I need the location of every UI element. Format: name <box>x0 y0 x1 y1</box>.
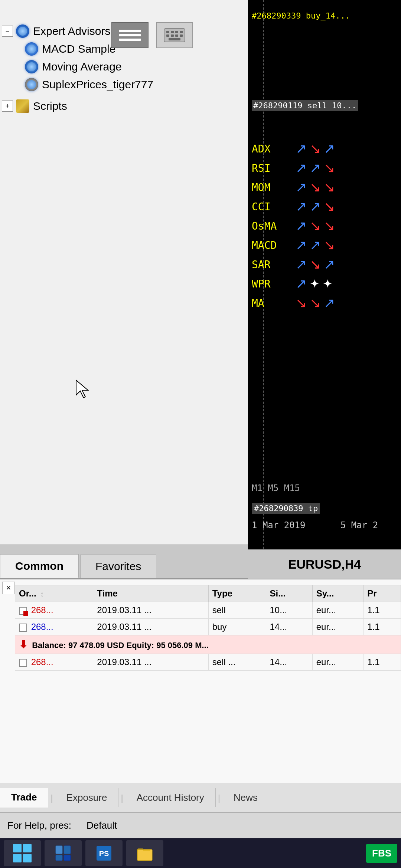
taskbar-app-4[interactable] <box>126 840 163 866</box>
indicator-wpr: WPR ↗ ✦ ✦ <box>252 276 401 292</box>
fbs-badge[interactable]: FBS <box>366 844 397 863</box>
indicator-sar: SAR ↗ ↘ ↗ <box>252 257 401 272</box>
taskbar-app3-icon: PS <box>95 844 113 862</box>
taskbar-app4-icon <box>136 844 154 862</box>
terminal-table: Or... ↕ Time Type Si... Sy... Pr <box>15 585 401 671</box>
expand-expert-advisors[interactable]: − <box>2 26 13 37</box>
svg-rect-14 <box>64 855 71 861</box>
symbol-label: EURUSD,H4 <box>288 557 361 572</box>
chart-bottom-order: #268290839 tp <box>252 503 320 514</box>
scripts-label: Scripts <box>33 100 67 112</box>
indicator-panel: ADX ↗ ↘ ↗ RSI ↗ ↗ ↘ MOM ↗ ↘ ↘ CCI ↗ ↗ ↘ … <box>252 141 401 311</box>
indicator-cci: CCI ↗ ↗ ↘ <box>252 199 401 214</box>
svg-rect-11 <box>56 846 62 854</box>
balance-row: ⬇ Balance: 97 478.09 USD Equity: 95 056.… <box>15 635 401 654</box>
svg-rect-7 <box>175 34 178 37</box>
chart-date-labels: 1 Mar 2019 5 Mar 2 <box>252 520 378 530</box>
scripts-icon <box>15 99 30 114</box>
tree-item-moving-average[interactable]: Moving Average <box>2 58 246 76</box>
terminal-panel: × Or... ↕ Time Type Si... Sy... Pr <box>0 579 401 812</box>
tree-item-scripts[interactable]: + Scripts <box>2 97 246 115</box>
col-size: Si... <box>266 585 312 602</box>
tab-common[interactable]: Common <box>0 554 79 578</box>
svg-rect-3 <box>175 31 178 33</box>
tab-exposure[interactable]: Exposure <box>55 788 119 807</box>
col-symbol: Sy... <box>312 585 363 602</box>
tab-news[interactable]: News <box>222 788 269 807</box>
svg-rect-17 <box>137 849 152 861</box>
indicator-mom: MOM ↗ ↘ ↘ <box>252 180 401 195</box>
col-type: Type <box>208 585 266 602</box>
hamburger-menu-button[interactable] <box>111 22 149 48</box>
navigator-tabs: Common Favorites <box>0 545 248 578</box>
indicator-ma: MA ↘ ↘ ↗ <box>252 295 401 311</box>
status-bar: For Help, pres: Default <box>0 812 401 838</box>
timeframe-selector: M1 M5 M15 <box>252 483 300 493</box>
col-price: Pr <box>363 585 401 602</box>
indicator-osma: OsMA ↗ ↘ ↘ <box>252 218 401 234</box>
tree-area: − Expert Advisors MACD Sample Moving Ave… <box>0 0 248 119</box>
svg-rect-13 <box>56 855 62 861</box>
keyboard-button[interactable] <box>156 22 193 48</box>
status-help-text: For Help, pres: <box>0 820 79 831</box>
svg-rect-6 <box>171 34 174 37</box>
tab-account-history[interactable]: Account History <box>125 788 216 807</box>
svg-rect-2 <box>171 31 174 33</box>
terminal-table-container: Or... ↕ Time Type Si... Sy... Pr <box>15 581 401 774</box>
table-header-row: Or... ↕ Time Type Si... Sy... Pr <box>15 585 401 602</box>
table-row: 268... 2019.03.11 ... buy 14... eur... 1… <box>15 619 401 635</box>
balance-arrow-icon: ⬇ <box>19 639 27 650</box>
windows-logo-icon <box>13 844 32 862</box>
chart-panel: #268290339 buy_14... #268290119 sell 10.… <box>248 0 401 579</box>
tree-item-suplex[interactable]: SuplexPrices_tiger777 <box>2 76 246 93</box>
svg-rect-8 <box>180 34 183 37</box>
chart-top-order: #268290339 buy_14... <box>252 11 350 20</box>
sort-icon[interactable]: ↕ <box>40 590 44 598</box>
suplex-label: SuplexPrices_tiger777 <box>42 78 153 91</box>
macd-sample-label: MACD Sample <box>42 43 115 55</box>
taskbar: PS FBS <box>0 838 401 868</box>
svg-rect-12 <box>64 846 71 854</box>
mouse-cursor <box>74 378 89 400</box>
svg-rect-4 <box>180 31 183 33</box>
col-order: Or... ↕ <box>15 585 93 602</box>
moving-avg-icon <box>24 59 39 74</box>
svg-marker-10 <box>76 380 88 398</box>
moving-average-label: Moving Average <box>42 60 122 73</box>
taskbar-app2-icon <box>54 844 72 862</box>
order-icon-buy <box>19 624 27 632</box>
status-default-text: Default <box>79 820 124 831</box>
order-icon-sell2 <box>19 659 27 667</box>
suplex-icon <box>24 77 39 92</box>
order-icon-sell <box>19 607 27 615</box>
taskbar-app-2[interactable] <box>45 840 82 866</box>
expand-scripts[interactable]: + <box>2 101 13 112</box>
navigator-panel: − Expert Advisors MACD Sample Moving Ave… <box>0 0 249 579</box>
chart-sell-order: #268290119 sell 10... <box>252 100 358 111</box>
indicator-rsi: RSI ↗ ↗ ↘ <box>252 160 401 176</box>
taskbar-app-3[interactable]: PS <box>85 840 123 866</box>
macd-icon <box>24 42 39 56</box>
tab-trade[interactable]: Trade <box>0 788 48 808</box>
terminal-close-button[interactable]: × <box>2 582 15 594</box>
col-time: Time <box>93 585 208 602</box>
indicator-macd: MACD ↗ ↗ ↘ <box>252 237 401 253</box>
svg-rect-5 <box>166 34 169 37</box>
symbol-box: EURUSD,H4 <box>248 549 401 579</box>
tab-favorites[interactable]: Favorites <box>80 555 156 578</box>
svg-rect-9 <box>169 38 180 40</box>
indicator-adx: ADX ↗ ↘ ↗ <box>252 141 401 157</box>
table-row: 268... 2019.03.11 ... sell ... 14... eur… <box>15 654 401 671</box>
windows-start-button[interactable] <box>4 840 41 866</box>
svg-rect-1 <box>166 31 169 33</box>
expert-advisors-label: Expert Advisors <box>33 25 110 37</box>
terminal-tabs: Trade | Exposure | Account History | New… <box>0 783 401 812</box>
table-row: 268... 2019.03.11 ... sell 10... eur... … <box>15 602 401 619</box>
expert-advisors-icon <box>15 24 30 39</box>
svg-text:PS: PS <box>99 849 109 858</box>
